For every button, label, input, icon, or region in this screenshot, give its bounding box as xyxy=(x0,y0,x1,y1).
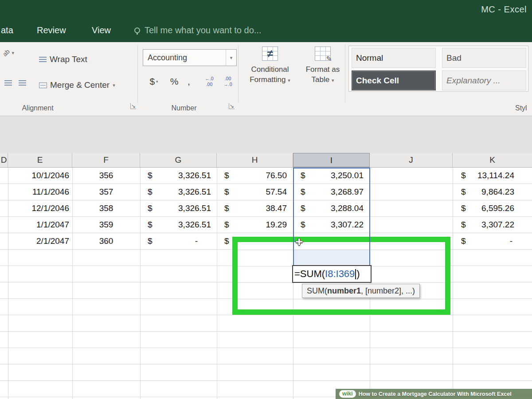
tab-data-partial[interactable]: ata xyxy=(1,19,13,42)
column-header-K[interactable]: K xyxy=(453,153,532,167)
tab-review[interactable]: Review xyxy=(37,19,66,42)
increase-indent-button[interactable] xyxy=(19,78,30,87)
cell-num[interactable]: 357 xyxy=(72,184,140,200)
currency-symbol: $ xyxy=(224,184,229,200)
currency-format-label: $ xyxy=(149,76,155,87)
cell-num[interactable]: 360 xyxy=(72,233,140,249)
column-header-E[interactable]: E xyxy=(8,153,72,167)
percent-style-button[interactable]: % xyxy=(168,74,181,89)
group-separator xyxy=(345,45,345,102)
style-chip-check-cell[interactable]: Check Cell xyxy=(352,70,436,90)
currency-symbol: $ xyxy=(148,233,153,249)
cell-date[interactable]: 10/1/2046 xyxy=(8,168,72,184)
wikihow-logo: wiki xyxy=(339,390,356,398)
cell-balance[interactable]: $3,307.22 xyxy=(453,217,532,233)
cell-payment[interactable]: $- xyxy=(140,233,217,249)
amount: 38.47 xyxy=(266,200,287,216)
amount: 9,864.23 xyxy=(481,184,514,200)
cell-date[interactable]: 11/1/2046 xyxy=(8,184,72,200)
cell-balance[interactable]: $9,864.23 xyxy=(453,184,532,200)
format-as-table-icon: ✎ xyxy=(315,47,331,61)
currency-symbol: $ xyxy=(224,233,229,249)
alignment-dialog-launcher[interactable]: ↘ xyxy=(130,103,136,109)
comma-style-label: , xyxy=(188,76,190,87)
group-separator xyxy=(137,45,138,102)
cell-date[interactable]: 12/1/2046 xyxy=(8,200,72,216)
amount: - xyxy=(195,233,198,249)
conditional-formatting-button[interactable]: ≠ Conditional Formatting ▾ xyxy=(243,45,297,102)
conditional-formatting-label-2: Formatting ▾ xyxy=(243,75,297,84)
decrease-decimal-button[interactable]: .00 →.0 xyxy=(219,74,237,89)
cell-balance[interactable]: $6,595.26 xyxy=(453,200,532,216)
percent-style-label: % xyxy=(170,76,179,87)
sheet-row: 12/1/2046 358 $3,326.51 $38.47 $3,288.04… xyxy=(0,200,532,217)
cell-payment[interactable]: $3,326.51 xyxy=(140,184,217,200)
cell-payment[interactable]: $3,326.51 xyxy=(140,217,217,233)
currency-symbol: $ xyxy=(461,233,466,249)
column-header-row: D E F G H I J K xyxy=(0,153,532,168)
decrease-indent-button[interactable] xyxy=(4,78,16,87)
number-dialog-launcher[interactable]: ↘ xyxy=(229,103,235,109)
number-format-value: Accounting xyxy=(148,53,187,62)
cell-balance[interactable]: $- xyxy=(453,233,532,249)
style-chip-bad[interactable]: Bad xyxy=(442,48,526,68)
currency-format-button[interactable]: $ ▾ xyxy=(144,74,164,89)
watermark-text: How to Create a Mortgage Calculator With… xyxy=(359,391,512,397)
cell-payment[interactable]: $3,326.51 xyxy=(140,168,217,184)
column-header-G[interactable]: G xyxy=(140,153,217,167)
style-chip-explanatory[interactable]: Explanatory ... xyxy=(442,70,526,90)
tell-me-box[interactable]: Tell me what you want to do... xyxy=(134,19,261,42)
column-header-J[interactable]: J xyxy=(370,153,453,167)
amount: - xyxy=(510,233,512,249)
cell-num[interactable]: 359 xyxy=(72,217,140,233)
column-header-H[interactable]: H xyxy=(217,153,293,167)
style-chip-normal[interactable]: Normal xyxy=(352,48,436,68)
cell-interest[interactable]: $38.47 xyxy=(217,200,293,216)
wrap-text-button[interactable]: Wrap Text xyxy=(39,53,87,66)
cell-date[interactable]: 2/1/2047 xyxy=(8,233,72,249)
cell-num[interactable]: 356 xyxy=(72,168,140,184)
column-header-F[interactable]: F xyxy=(72,153,140,167)
cell-interest[interactable]: $19.29 xyxy=(217,217,293,233)
column-header-I[interactable]: I xyxy=(293,153,370,167)
cell-balance[interactable]: $13,114.24 xyxy=(453,168,532,184)
cell-interest[interactable]: $76.50 xyxy=(217,168,293,184)
merge-center-icon xyxy=(39,82,47,88)
chevron-down-icon: ▾ xyxy=(156,79,158,84)
text-caret xyxy=(355,269,356,279)
group-label-alignment: Alignment xyxy=(9,104,66,112)
increase-decimal-button[interactable]: ←.0 .00 xyxy=(200,74,218,89)
sheet-row: 11/1/2046 357 $3,326.51 $57.54 $3,268.97… xyxy=(0,184,532,200)
tab-view[interactable]: View xyxy=(92,19,111,42)
watermark: wiki How to Create a Mortgage Calculator… xyxy=(336,389,532,399)
orientation-button[interactable]: ab ▾ xyxy=(3,49,14,56)
cell-cursor-icon: + xyxy=(295,234,303,249)
merge-center-button[interactable]: Merge & Center ▾ xyxy=(39,78,115,92)
cell-num[interactable]: 358 xyxy=(72,200,140,216)
cell-date[interactable]: 1/1/2047 xyxy=(8,217,72,233)
range-reference-border xyxy=(293,168,370,266)
chevron-down-icon: ▾ xyxy=(113,82,115,88)
window-title: MC - Excel xyxy=(481,0,527,19)
format-as-table-button[interactable]: ✎ Format as Table ▾ xyxy=(300,45,346,102)
cell-interest[interactable]: $57.54 xyxy=(217,184,293,200)
merge-center-label: Merge & Center xyxy=(50,80,110,90)
increase-decimal-icon: ←.0 xyxy=(200,76,218,82)
chevron-down-icon: ▾ xyxy=(226,50,236,66)
format-as-table-label-1: Format as xyxy=(300,65,346,74)
sheet-row: 1/1/2047 359 $3,326.51 $19.29 $3,307.22 … xyxy=(0,217,532,233)
tooltip-arg1: number1 xyxy=(327,286,361,295)
cell-payment[interactable]: $3,326.51 xyxy=(140,200,217,216)
currency-symbol: $ xyxy=(148,168,153,184)
decrease-decimal-icon-2: →.0 xyxy=(219,82,237,87)
not-equal-icon: ≠ xyxy=(262,47,278,60)
column-header-D[interactable]: D xyxy=(0,153,8,167)
formula-bar-area xyxy=(0,116,532,153)
number-format-select[interactable]: Accounting ▾ xyxy=(143,49,237,66)
excel-window: MC - Excel ata Review View Tell me what … xyxy=(0,0,532,399)
amount: 3,326.51 xyxy=(178,217,211,233)
comma-style-button[interactable]: , xyxy=(184,74,194,89)
lightbulb-icon xyxy=(134,27,140,33)
formula-cell[interactable]: =SUM(I8:I369) xyxy=(292,265,372,283)
increase-decimal-icon-2: .00 xyxy=(200,82,218,87)
